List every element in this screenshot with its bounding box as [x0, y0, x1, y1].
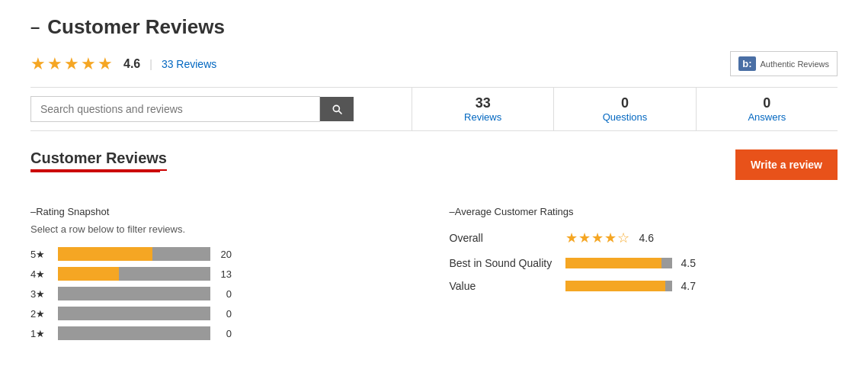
write-review-button[interactable]: Write a review	[735, 149, 838, 180]
bar-fill-5	[58, 247, 152, 261]
reviews-link[interactable]: 33 Reviews	[162, 58, 216, 70]
dash-symbol: –	[30, 18, 40, 37]
bar-track-4	[58, 267, 210, 281]
avg-bar-fill-sound	[565, 258, 661, 268]
tab-answers-count: 0	[763, 95, 770, 111]
avg-stars-overall: ★★★★☆	[565, 230, 630, 246]
star-label-4: 4★	[30, 268, 52, 280]
avg-title: –Average Customer Ratings	[450, 206, 838, 217]
tab-questions[interactable]: 0 Questions	[553, 88, 695, 130]
avg-value-sound: 4.5	[681, 257, 696, 269]
avg-row-sound: Best in Sound Quality 4.5	[450, 257, 838, 269]
red-underline	[30, 170, 160, 172]
tab-questions-label[interactable]: Questions	[603, 111, 648, 123]
bar-track-2	[58, 307, 210, 320]
section-title: Customer Reviews	[30, 149, 167, 167]
star-label-1: 1★	[30, 328, 52, 339]
avg-value-value-num: 4.7	[681, 280, 696, 292]
tab-reviews-count: 33	[476, 95, 491, 111]
page-title: Customer Reviews	[47, 15, 225, 39]
authentic-badge-icon: b:	[738, 56, 755, 71]
page-wrapper: – Customer Reviews ★★★★★ 4.6 | 33 Review…	[0, 0, 868, 361]
snapshot-title: –Rating Snapshot	[30, 206, 419, 217]
bar-row-4[interactable]: 4★ 13	[30, 267, 419, 281]
avg-row-overall: Overall ★★★★☆ 4.6	[450, 230, 838, 246]
bar-track-3	[58, 287, 210, 300]
rating-number: 4.6	[123, 57, 140, 71]
two-column-layout: –Rating Snapshot Select a row below to f…	[30, 206, 838, 346]
filter-text: Select a row below to filter reviews.	[30, 223, 419, 235]
header-title-row: – Customer Reviews	[30, 15, 838, 39]
bar-count-4: 13	[216, 268, 232, 280]
separator: |	[149, 58, 152, 70]
search-button[interactable]	[320, 97, 354, 121]
bar-count-2: 0	[216, 308, 232, 320]
authentic-badge-text: Authentic Reviews	[761, 59, 830, 69]
search-tabs-bar: 33 Reviews 0 Questions 0 Answers	[30, 87, 838, 131]
bar-row-1[interactable]: 1★ 0	[30, 326, 419, 340]
star-label-3: 3★	[30, 288, 52, 300]
section-header: Customer Reviews Write a review	[30, 149, 838, 191]
search-area	[30, 88, 412, 130]
avg-label-value: Value	[450, 280, 556, 292]
bar-track-1	[58, 326, 210, 340]
avg-bar-track-sound	[565, 258, 672, 268]
avg-bar-track-value	[565, 281, 672, 291]
bar-count-3: 0	[216, 288, 232, 300]
avg-value-overall: 4.6	[639, 232, 654, 244]
tab-answers-label[interactable]: Answers	[748, 111, 786, 123]
tabs-container: 33 Reviews 0 Questions 0 Answers	[412, 88, 838, 130]
avg-ratings: –Average Customer Ratings Overall ★★★★☆ …	[450, 206, 838, 346]
bar-row-5[interactable]: 5★ 20	[30, 247, 419, 261]
star-label-5: 5★	[30, 249, 52, 260]
section-title-wrapper: Customer Reviews	[30, 149, 167, 191]
bar-track-5	[58, 247, 210, 261]
avg-label-sound: Best in Sound Quality	[450, 257, 556, 269]
bar-fill-4	[58, 267, 119, 281]
search-input[interactable]	[30, 96, 320, 122]
tab-reviews-label[interactable]: Reviews	[464, 111, 501, 123]
rating-row: ★★★★★ 4.6 | 33 Reviews b: Authentic Revi…	[30, 51, 838, 76]
tab-answers[interactable]: 0 Answers	[696, 88, 838, 130]
authentic-badge: b: Authentic Reviews	[730, 51, 838, 76]
bar-row-2[interactable]: 2★ 0	[30, 307, 419, 320]
tab-reviews[interactable]: 33 Reviews	[412, 88, 553, 130]
search-icon	[331, 103, 343, 115]
star-rating-display: ★★★★★	[30, 54, 114, 74]
rating-snapshot: –Rating Snapshot Select a row below to f…	[30, 206, 419, 346]
tab-questions-count: 0	[621, 95, 629, 111]
star-label-2: 2★	[30, 308, 52, 320]
avg-label-overall: Overall	[450, 232, 556, 244]
bar-count-1: 0	[216, 328, 232, 339]
avg-row-value: Value 4.7	[450, 280, 838, 292]
bar-count-5: 20	[216, 249, 232, 260]
avg-bar-fill-value	[565, 281, 666, 291]
bar-row-3[interactable]: 3★ 0	[30, 287, 419, 300]
